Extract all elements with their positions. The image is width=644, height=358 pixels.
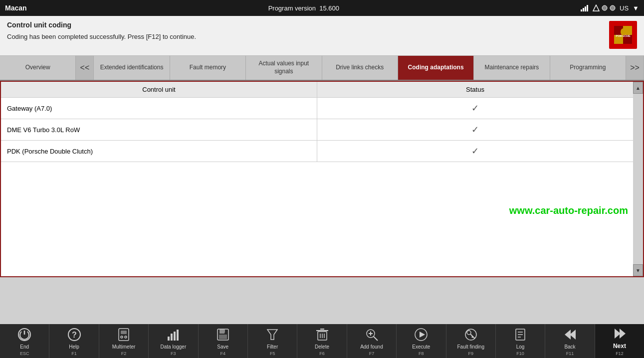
svg-marker-56 [620, 329, 626, 339]
app-title: Macan [5, 4, 27, 12]
top-bar-right: US ▼ [581, 4, 639, 12]
log-icon [512, 327, 528, 343]
table-row: DME V6 Turbo 3.0L RoW ✓ [1, 119, 633, 141]
add-found-button[interactable]: Add found F7 [347, 324, 397, 358]
next-label: Next [613, 343, 626, 350]
top-bar: Macan Program version 15.600 US ▼ [0, 0, 644, 16]
data-logger-button[interactable]: Data logger F3 [149, 324, 198, 358]
porsche-logo: PORSCHE [609, 21, 637, 49]
tab-drive-links[interactable]: Drive links checks [322, 56, 398, 80]
dropdown-icon[interactable]: ▼ [633, 4, 639, 12]
svg-line-40 [374, 337, 378, 341]
svg-marker-44 [420, 332, 425, 338]
svg-line-48 [472, 337, 473, 338]
filter-icon [264, 327, 280, 343]
circle2-icon [610, 5, 616, 11]
svg-marker-32 [267, 330, 277, 340]
circle-icon [602, 5, 608, 11]
info-message: Coding has been completed successfully. … [7, 33, 196, 40]
save-key: F4 [220, 351, 226, 356]
svg-rect-24 [168, 337, 170, 341]
back-label: Back [564, 344, 575, 350]
tab-next-arrow[interactable]: >> [626, 56, 644, 80]
svg-point-22 [121, 336, 123, 338]
region-label: US [620, 4, 629, 12]
control-unit-table: Control unit Status Gateway (A7.0) ✓ DME… [1, 82, 633, 162]
multimeter-key: F2 [121, 351, 127, 356]
multimeter-icon [116, 327, 132, 343]
filter-label: Filter [267, 344, 278, 350]
col-header-unit: Control unit [1, 82, 317, 98]
fault-finding-icon [463, 327, 479, 343]
tab-extended-identifications[interactable]: Extended identifications [94, 56, 170, 80]
tab-maintenance-repairs[interactable]: Maintenance repairs [474, 56, 550, 80]
end-icon [16, 327, 32, 343]
multimeter-button[interactable]: Multimeter F2 [99, 324, 149, 358]
help-button[interactable]: ? Help F1 [49, 324, 99, 358]
tab-coding-adaptations[interactable]: Coding adaptations [398, 56, 474, 80]
svg-point-23 [125, 336, 127, 338]
svg-rect-27 [177, 330, 179, 341]
unit-status: ✓ [317, 119, 634, 141]
check-icon: ✓ [471, 125, 479, 135]
svg-rect-26 [174, 332, 176, 341]
help-key: F1 [71, 351, 77, 356]
table-row: Gateway (A7.0) ✓ [1, 98, 633, 119]
svg-point-46 [467, 331, 471, 335]
info-area: Control unit coding Coding has been comp… [0, 16, 644, 56]
svg-point-15 [621, 28, 626, 35]
info-heading: Control unit coding [7, 21, 196, 29]
help-label: Help [69, 344, 79, 350]
unit-name: Gateway (A7.0) [1, 98, 317, 119]
tab-actual-values[interactable]: Actual values input signals [246, 56, 322, 80]
scrollbar: ▲ ▼ [633, 82, 643, 276]
unit-status: ✓ [317, 141, 634, 162]
delete-label: Delete [315, 344, 329, 350]
log-button[interactable]: Log F10 [496, 324, 545, 358]
svg-point-6 [610, 5, 615, 10]
svg-text:?: ? [72, 331, 77, 339]
check-icon: ✓ [471, 103, 479, 113]
svg-rect-3 [587, 5, 588, 11]
next-button[interactable]: Next F12 [595, 324, 644, 358]
scroll-down-button[interactable]: ▼ [633, 264, 643, 276]
svg-rect-1 [583, 8, 584, 11]
unit-name: DME V6 Turbo 3.0L RoW [1, 119, 317, 141]
save-label: Save [217, 344, 228, 350]
signal-icon [593, 4, 600, 11]
scroll-up-button[interactable]: ▲ [633, 82, 643, 94]
delete-key: F6 [319, 351, 325, 356]
fault-finding-button[interactable]: Fault finding F9 [446, 324, 496, 358]
tab-overview[interactable]: Overview [0, 56, 76, 80]
tab-fault-memory[interactable]: Fault memory [170, 56, 246, 80]
watermark: www.car-auto-repair.com [509, 205, 628, 216]
data-logger-label: Data logger [161, 344, 187, 350]
back-icon [562, 327, 578, 343]
tab-programming[interactable]: Programming [550, 56, 626, 80]
svg-rect-2 [585, 6, 586, 11]
svg-rect-0 [581, 9, 582, 11]
delete-button[interactable]: Delete F6 [297, 324, 347, 358]
add-found-icon [364, 327, 380, 343]
tab-prev-arrow[interactable]: << [76, 56, 94, 80]
data-logger-icon [165, 327, 181, 343]
info-text: Control unit coding Coding has been comp… [7, 21, 196, 40]
wifi-icon [581, 4, 591, 11]
next-icon [612, 326, 628, 341]
bottom-toolbar: End ESC ? Help F1 Multimeter F2 [0, 324, 644, 358]
execute-button[interactable]: Execute F8 [397, 324, 446, 358]
end-button[interactable]: End ESC [0, 324, 49, 358]
back-key: F11 [566, 351, 574, 356]
end-label: End [20, 344, 29, 350]
svg-marker-4 [593, 5, 599, 11]
check-icon: ✓ [471, 146, 479, 156]
program-version: Program version 15.600 [268, 4, 339, 12]
delete-icon [314, 327, 330, 343]
save-button[interactable]: Save F4 [199, 324, 248, 358]
filter-button[interactable]: Filter F5 [248, 324, 297, 358]
svg-rect-25 [171, 334, 173, 341]
execute-key: F8 [419, 351, 424, 356]
svg-rect-31 [223, 330, 225, 333]
next-key: F12 [616, 351, 624, 356]
back-button[interactable]: Back F11 [545, 324, 595, 358]
